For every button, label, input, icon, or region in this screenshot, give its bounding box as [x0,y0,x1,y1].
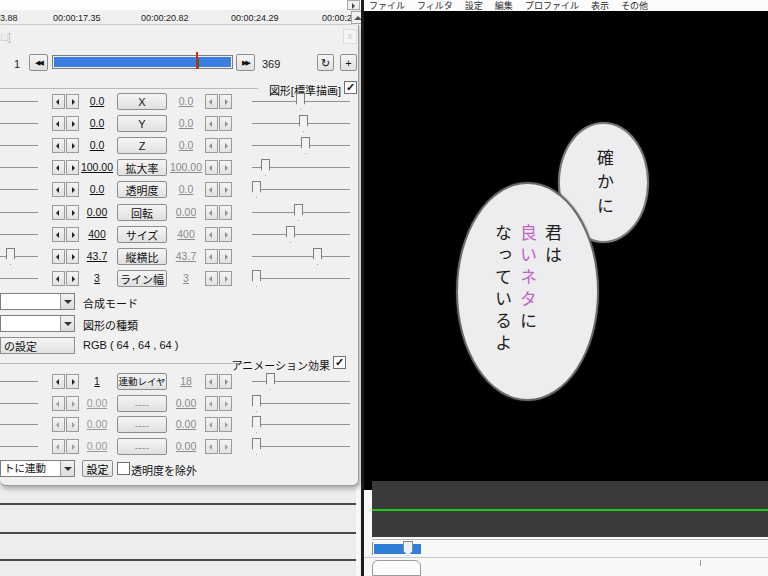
slider-right[interactable] [252,167,350,168]
param-value-left[interactable]: 43.7 [79,250,115,262]
next-frame-button[interactable]: ▶▶ [236,54,255,71]
seekbar-fill[interactable] [374,544,421,554]
slider-left[interactable] [0,424,38,425]
slider-right[interactable] [252,189,350,190]
add-filter-button[interactable]: + [340,54,357,71]
decrement-button[interactable] [205,417,218,432]
increment-button[interactable] [219,417,232,432]
decrement-button[interactable] [52,417,65,432]
video-preview[interactable]: 確かに 君は良いネタになっているよ [364,11,768,490]
param-value-left[interactable]: 0.00 [79,206,115,218]
color-settings-button[interactable]: の設定 [0,337,75,354]
slider-thumb[interactable] [296,93,305,110]
scroll-right-button[interactable] [347,0,360,10]
increment-button[interactable] [219,116,232,131]
decrement-button[interactable] [205,182,218,197]
increment-button[interactable] [219,205,232,220]
decrement-button[interactable] [52,160,65,175]
slider-thumb[interactable] [286,226,295,243]
param-value-right[interactable]: 0.0 [168,95,204,107]
slider-left[interactable] [0,256,38,257]
increment-button[interactable] [219,160,232,175]
slider-thumb[interactable] [299,115,308,132]
decrement-button[interactable] [52,182,65,197]
dropdown-button[interactable] [60,316,74,331]
param-value-left[interactable]: 0.0 [79,95,115,107]
slider-left[interactable] [0,167,38,168]
exclude-opacity-checkbox[interactable] [117,462,130,475]
animation-script-select[interactable]: トに連動 [0,460,75,477]
dropdown-button[interactable] [60,294,74,309]
param-value-right[interactable]: 0.0 [168,183,204,195]
decrement-button[interactable] [205,94,218,109]
slider-left[interactable] [0,234,38,235]
prev-frame-button[interactable]: ◀◀ [29,54,48,71]
increment-button[interactable] [66,249,79,264]
param-button[interactable]: ---- [117,438,167,455]
param-button[interactable]: ライン幅 [117,270,167,287]
section-animation-checkbox[interactable]: ✓ [333,356,346,369]
slider-right[interactable] [252,278,350,279]
close-icon[interactable]: x [343,29,357,44]
increment-button[interactable] [66,182,79,197]
param-value-left[interactable]: 0.0 [79,117,115,129]
param-button[interactable]: 縦横比 [117,248,167,265]
param-value-left[interactable]: 0.0 [79,183,115,195]
slider-left[interactable] [0,189,38,190]
slider-right[interactable] [252,403,350,404]
increment-button[interactable] [219,182,232,197]
slider-right[interactable] [252,234,350,235]
param-value-right[interactable]: 3 [168,272,204,284]
param-value-left[interactable]: 100.00 [79,161,115,173]
slider-left[interactable] [0,446,38,447]
increment-button[interactable] [219,227,232,242]
slider-thumb[interactable] [266,373,275,390]
increment-button[interactable] [66,205,79,220]
param-button[interactable]: Y [117,115,167,132]
decrement-button[interactable] [205,116,218,131]
increment-button[interactable] [219,439,232,454]
param-value-left[interactable]: 3 [79,272,115,284]
increment-button[interactable] [219,396,232,411]
param-value-right[interactable]: 43.7 [168,250,204,262]
composite-mode-select[interactable] [0,293,75,310]
decrement-button[interactable] [205,227,218,242]
increment-button[interactable] [219,138,232,153]
param-button[interactable]: 連動レイヤー [117,373,167,390]
param-value-right[interactable]: 0.00 [168,397,204,409]
slider-thumb[interactable] [252,395,261,412]
param-button[interactable]: 拡大率 [117,159,167,176]
slider-left[interactable] [0,145,38,146]
param-value-right[interactable]: 0.0 [168,139,204,151]
increment-button[interactable] [66,374,79,389]
increment-button[interactable] [219,271,232,286]
slider-left[interactable] [0,278,38,279]
increment-button[interactable] [219,249,232,264]
decrement-button[interactable] [52,227,65,242]
slider-right[interactable] [252,101,350,102]
param-value-left[interactable]: 0.00 [79,440,115,452]
frame-trackbar[interactable] [52,55,233,69]
slider-left[interactable] [0,212,38,213]
increment-button[interactable] [66,160,79,175]
timeline-layer-rows[interactable] [0,486,360,576]
decrement-button[interactable] [205,271,218,286]
slider-thumb[interactable] [252,438,261,455]
slider-thumb[interactable] [252,416,261,433]
increment-button[interactable] [66,271,79,286]
decrement-button[interactable] [205,160,218,175]
param-button[interactable]: ---- [117,395,167,412]
slider-thumb[interactable] [294,204,303,221]
decrement-button[interactable] [52,205,65,220]
param-value-right[interactable]: 0.00 [168,440,204,452]
param-value-left[interactable]: 0.0 [79,139,115,151]
decrement-button[interactable] [52,138,65,153]
param-button[interactable]: 透明度 [117,181,167,198]
decrement-button[interactable] [52,249,65,264]
decrement-button[interactable] [52,396,65,411]
slider-left[interactable] [0,101,38,102]
slider-thumb[interactable] [252,270,261,287]
increment-button[interactable] [66,138,79,153]
timeline-ruler[interactable]: 3.88 00:00:17.35 00:00:20.82 00:00:24.29… [0,10,352,25]
param-value-right[interactable]: 0.00 [168,418,204,430]
